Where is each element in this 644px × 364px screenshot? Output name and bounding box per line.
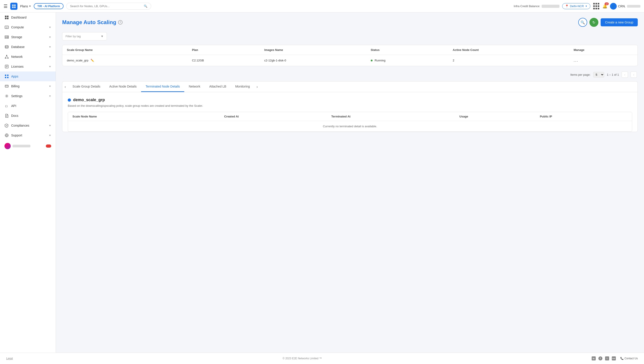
sidebar-item-dashboard[interactable]: Dashboard [0, 12, 56, 22]
sidebar-item-network[interactable]: Network ▼ [0, 52, 56, 62]
items-per-page-select[interactable]: 5 10 25 [593, 72, 604, 78]
search-bar[interactable]: 🔍 [66, 3, 151, 10]
sidebar-item-support[interactable]: Support ▼ [0, 130, 56, 140]
tabs-bar: ‹ Scale Group Details Active Node Detail… [62, 81, 638, 92]
pagination-prev-button[interactable]: ‹ [622, 72, 628, 78]
svg-point-14 [8, 38, 8, 38]
tab-network[interactable]: Network [184, 82, 204, 92]
col-status: Status [366, 45, 448, 55]
sidebar: Dashboard Compute ▼ Storage ▼ Database ▼ [0, 12, 56, 352]
chevron-icon: ▼ [49, 95, 51, 97]
svg-point-15 [5, 46, 8, 47]
plans-button[interactable]: Plans ▼ [20, 4, 31, 8]
cell-plan: C2.12GB [188, 55, 260, 66]
dashboard-icon [5, 15, 9, 20]
pagination-next-button[interactable]: › [630, 72, 637, 78]
tab-attached-lb[interactable]: Attached LB [205, 82, 231, 92]
group-title: demo_scale_grp [68, 98, 632, 102]
notification-bell[interactable]: 🔔 12 [602, 4, 607, 9]
svg-point-37 [6, 135, 7, 136]
page-title-text: Manage Auto Scaling [62, 19, 116, 26]
settings-icon [5, 94, 9, 98]
linkedin-icon[interactable]: in [592, 356, 596, 360]
chevron-icon: ▼ [49, 56, 51, 58]
tabs-prev-button[interactable]: ‹ [62, 83, 68, 91]
footer-legal[interactable]: Legal [6, 357, 13, 360]
svg-rect-1 [14, 4, 16, 6]
col-manage: Manage [569, 45, 637, 55]
sidebar-item-settings[interactable]: Settings ▼ [0, 91, 56, 101]
tab-active-node-details[interactable]: Active Node Details [105, 82, 141, 92]
search-icon: 🔍 [144, 4, 147, 8]
compliances-icon [5, 123, 9, 128]
sidebar-item-docs[interactable]: Docs [0, 111, 56, 120]
search-button[interactable]: 🔍 [578, 18, 587, 27]
sidebar-user-bottom [0, 140, 56, 152]
rss-icon[interactable]: rss [612, 356, 616, 360]
status-dot [371, 60, 372, 62]
svg-rect-29 [7, 77, 9, 78]
inner-col-scale-node-name: Scale Node Name [68, 112, 220, 121]
pagination-row: Items per page: 5 10 25 1 – 1 of 1 ‹ › [62, 70, 638, 80]
footer-copyright: © 2023 E2E Networks Limited ™ [283, 357, 322, 360]
sidebar-item-compliances[interactable]: Compliances ▼ [0, 120, 56, 130]
sidebar-badge [46, 144, 51, 148]
grid-menu-icon[interactable] [593, 3, 600, 10]
svg-rect-17 [5, 58, 6, 58]
inner-col-usage: Usage [455, 112, 536, 121]
sidebar-item-billing[interactable]: Billing ▼ [0, 81, 56, 91]
apps-icon [5, 74, 9, 78]
sidebar-item-api[interactable]: {} API [0, 101, 56, 111]
filter-row: Filter by tag ▼ [62, 32, 638, 40]
app-brand: TIR - AI Platform [34, 3, 64, 9]
svg-text:{}: {} [5, 105, 8, 108]
user-menu[interactable]: 👤 CRN. [610, 3, 640, 10]
sidebar-item-apps[interactable]: Apps [0, 72, 56, 81]
help-icon[interactable]: ? [118, 20, 123, 24]
chevron-down-icon: ▼ [101, 34, 104, 38]
main-content: Manage Auto Scaling ? 🔍 ↻ Create a new G… [56, 12, 644, 352]
inner-col-terminated-at: Terminated At [327, 112, 455, 121]
footer: Legal © 2023 E2E Networks Limited ™ in f… [0, 352, 644, 364]
sidebar-item-compute[interactable]: Compute ▼ [0, 22, 56, 32]
terminated-nodes-table: Scale Node Name Created At Terminated At… [68, 112, 632, 132]
tabs-next-button[interactable]: › [254, 83, 260, 91]
chevron-icon: ▼ [49, 36, 51, 38]
top-navigation: ☰ Plans ▼ TIR - AI Platform 🔍 Infra Cred… [0, 0, 644, 12]
sidebar-item-storage[interactable]: Storage ▼ [0, 32, 56, 42]
svg-rect-6 [5, 18, 7, 19]
sidebar-avatar [5, 143, 11, 149]
svg-point-13 [8, 36, 8, 36]
empty-row: Currently no terminated detail is availa… [68, 121, 632, 132]
tab-terminated-node-details[interactable]: Terminated Node Details [141, 82, 184, 92]
refresh-button[interactable]: ↻ [589, 18, 598, 27]
contact-us-link[interactable]: 📞 Contact Us [620, 357, 638, 360]
sidebar-item-database[interactable]: Database ▼ [0, 42, 56, 52]
sidebar-item-licenses[interactable]: Licenses ▼ [0, 62, 56, 72]
facebook-icon[interactable]: f [598, 356, 602, 360]
region-selector[interactable]: 📍 Delhi-NCR ▼ [562, 3, 590, 9]
tab-monitoring[interactable]: Monitoring [231, 82, 254, 92]
svg-rect-30 [5, 85, 8, 87]
user-name-blur [627, 5, 640, 8]
svg-rect-18 [8, 58, 9, 58]
credit-balance: Infra Credit Balance: [514, 4, 559, 8]
compute-icon [5, 25, 9, 30]
svg-line-19 [5, 56, 7, 58]
filter-by-tag[interactable]: Filter by tag ▼ [62, 32, 107, 40]
docs-icon [5, 114, 9, 118]
more-options-button[interactable]: ... [574, 58, 578, 62]
chevron-icon: ▼ [49, 46, 51, 48]
credit-value [542, 5, 559, 8]
svg-point-32 [6, 96, 7, 97]
tab-scale-group-details[interactable]: Scale Group Details [68, 82, 105, 92]
scale-groups-table: Scale Group Name Plan Images Name Status… [62, 45, 637, 66]
create-group-button[interactable]: Create a new Group [601, 18, 638, 26]
search-input[interactable] [70, 4, 142, 8]
edit-icon[interactable]: ✏️ [91, 59, 94, 62]
user-name: CRN. [618, 4, 626, 8]
chevron-icon: ▼ [49, 134, 51, 137]
hamburger-menu[interactable]: ☰ [4, 4, 8, 9]
billing-icon [5, 84, 9, 88]
twitter-icon[interactable]: t [605, 356, 609, 360]
